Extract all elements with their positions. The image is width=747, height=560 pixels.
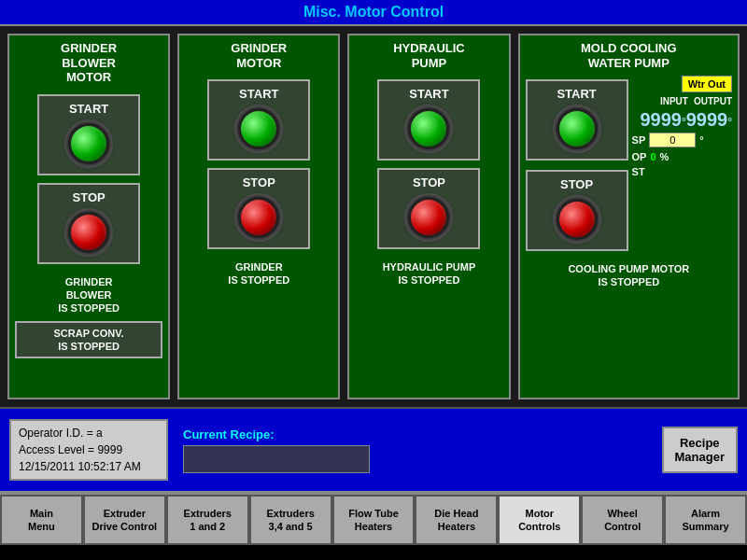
recipe-manager-button[interactable]: RecipeManager	[662, 427, 738, 473]
grinder-blower-start-button[interactable]	[68, 123, 109, 164]
grinder-motor-title: GRINDERMOTOR	[231, 41, 287, 70]
io-values: 9999 ° 9999 °	[632, 110, 732, 129]
title-bar: Misc. Motor Control	[0, 0, 747, 26]
st-row: ST	[632, 166, 732, 177]
nav-flow-tube-heaters[interactable]: Flow TubeHeaters	[332, 495, 416, 545]
recipe-label: Current Recipe:	[183, 427, 647, 441]
io-labels: INPUT OUTPUT	[632, 96, 732, 106]
hydraulic-pump-start-block: START	[377, 79, 480, 161]
operator-line2: Access Level = 9999	[19, 441, 159, 458]
op-pct: %	[660, 151, 669, 162]
grinder-motor-stop-label: STOP	[243, 175, 275, 189]
mold-cooling-card: MOLD COOLINGWATER PUMP START STOP	[518, 34, 740, 399]
mold-cooling-start-ring	[553, 105, 601, 153]
hydraulic-pump-stop-ring	[404, 193, 453, 242]
mold-inner: START STOP Wtr Out INPUT OUTPUT	[526, 76, 732, 255]
hydraulic-pump-start-button[interactable]	[408, 108, 449, 149]
hydraulic-pump-status: HYDRAULIC PUMPIS STOPPED	[383, 260, 476, 287]
grinder-motor-status: GRINDERIS STOPPED	[228, 260, 289, 287]
nav-main-menu[interactable]: MainMenu	[0, 495, 83, 545]
grinder-motor-stop-ring	[234, 193, 283, 242]
hydraulic-pump-stop-block: STOP	[377, 168, 480, 249]
sp-row: SP °	[632, 133, 732, 147]
grinder-blower-start-block: START	[37, 94, 140, 175]
mold-cooling-stop-ring	[553, 195, 601, 244]
info-bar: Operator I.D. = a Access Level = 9999 12…	[0, 409, 747, 493]
grinder-blower-start-ring	[64, 119, 113, 168]
scrap-conv-text: SCRAP CONV.IS STOPPED	[24, 327, 153, 354]
grinder-motor-stop-block: STOP	[207, 168, 310, 249]
operator-box: Operator I.D. = a Access Level = 9999 12…	[9, 419, 168, 481]
grinder-motor-start-button[interactable]	[238, 108, 279, 149]
nav-motor-controls[interactable]: MotorControls	[498, 495, 581, 545]
output-value: 9999	[686, 110, 728, 129]
hydraulic-pump-card: HYDRAULICPUMP START STOP HYDRAULIC PUMPI…	[347, 34, 510, 399]
scrap-conv-box: SCRAP CONV.IS STOPPED	[15, 321, 162, 359]
date-time: 12/15/2011 10:52:17 AM	[19, 458, 159, 475]
hydraulic-pump-title: HYDRAULICPUMP	[393, 41, 465, 70]
mold-cooling-stop-block: STOP	[526, 170, 628, 251]
hydraulic-pump-stop-button[interactable]	[408, 197, 449, 238]
main-area: GRINDERBLOWERMOTOR START STOP GRINDERBLO…	[0, 26, 747, 409]
nav-die-head-heaters[interactable]: Die HeadHeaters	[415, 495, 498, 545]
grinder-blower-stop-button[interactable]	[68, 212, 109, 253]
op-value: 0	[650, 151, 655, 162]
sp-deg: °	[699, 134, 703, 146]
mold-right-panel: Wtr Out INPUT OUTPUT 9999 ° 9999 ° SP °	[632, 76, 732, 177]
op-label: OP	[632, 151, 647, 162]
page-title: Misc. Motor Control	[303, 4, 444, 20]
nav-extruders-3-5[interactable]: Extruders3,4 and 5	[249, 495, 332, 545]
input-value: 9999	[640, 110, 682, 129]
grinder-motor-card: GRINDERMOTOR START STOP GRINDERIS STOPPE…	[177, 34, 340, 399]
nav-wheel-control[interactable]: WheelControl	[581, 495, 664, 545]
sp-label: SP	[632, 134, 646, 146]
recipe-input[interactable]	[183, 445, 370, 473]
hydraulic-pump-stop-label: STOP	[413, 175, 445, 189]
mold-cooling-stop-button[interactable]	[557, 199, 598, 240]
mold-cooling-status: COOLING PUMP MOTORIS STOPPED	[568, 262, 689, 289]
operator-line1: Operator I.D. = a	[19, 425, 159, 441]
grinder-motor-stop-button[interactable]	[238, 197, 279, 238]
grinder-motor-start-label: START	[239, 87, 278, 101]
sp-input[interactable]	[649, 133, 696, 147]
mold-cooling-title: MOLD COOLINGWATER PUMP	[581, 41, 677, 70]
grinder-blower-status: GRINDERBLOWERIS STOPPED	[58, 275, 120, 315]
hydraulic-pump-start-ring	[404, 105, 453, 153]
hydraulic-pump-start-label: START	[409, 87, 448, 101]
output-label: OUTPUT	[694, 96, 732, 106]
nav-bar: MainMenu ExtruderDrive Control Extruders…	[0, 493, 747, 545]
wtr-out-button[interactable]: Wtr Out	[682, 76, 732, 92]
output-deg: °	[727, 117, 732, 128]
grinder-blower-stop-label: STOP	[73, 190, 106, 204]
grinder-blower-start-label: START	[69, 102, 108, 116]
mold-left-controls: START STOP	[526, 76, 628, 255]
nav-extruders-1-2[interactable]: Extruders1 and 2	[166, 495, 249, 545]
mold-cooling-start-label: START	[557, 87, 596, 101]
st-label: ST	[632, 166, 645, 177]
nav-extruder-drive[interactable]: ExtruderDrive Control	[83, 495, 166, 545]
nav-alarm-summary[interactable]: AlarmSummary	[664, 495, 747, 545]
recipe-section: Current Recipe:	[183, 427, 647, 473]
grinder-blower-stop-block: STOP	[37, 183, 140, 264]
mold-cooling-start-button[interactable]	[557, 108, 598, 149]
op-row: OP 0 %	[632, 151, 732, 162]
grinder-blower-title: GRINDERBLOWERMOTOR	[61, 41, 117, 85]
grinder-blower-card: GRINDERBLOWERMOTOR START STOP GRINDERBLO…	[7, 34, 170, 399]
mold-cooling-start-block: START	[526, 79, 628, 161]
mold-cooling-stop-label: STOP	[560, 177, 593, 191]
input-label: INPUT	[660, 96, 688, 106]
grinder-blower-stop-ring	[64, 208, 113, 257]
grinder-motor-start-block: START	[207, 79, 310, 161]
grinder-motor-start-ring	[234, 105, 283, 153]
